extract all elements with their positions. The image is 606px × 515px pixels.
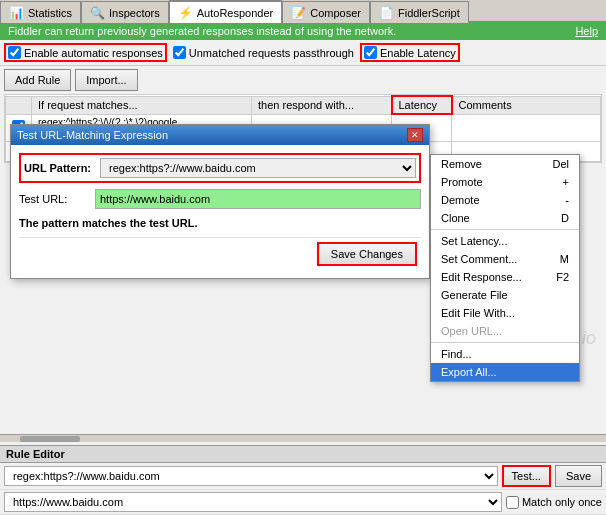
tab-inspectors-label: Inspectors: [109, 7, 160, 19]
menu-open-url-label: Open URL...: [441, 325, 502, 337]
tab-autoresponder[interactable]: ⚡ AutoResponder: [169, 0, 282, 23]
match-once-text: Match only once: [522, 496, 602, 508]
tab-composer-label: Composer: [310, 7, 361, 19]
test-url-dialog: Test URL-Matching Expression ✕ URL Patte…: [10, 124, 430, 279]
tab-fiddlerscript[interactable]: 📄 FiddlerScript: [370, 1, 469, 23]
rule-editor-title: Rule Editor: [0, 446, 606, 463]
menu-export-all[interactable]: Export All...: [431, 363, 579, 381]
unmatched-passthrough-text: Unmatched requests passthrough: [189, 47, 354, 59]
menu-demote-shortcut: -: [565, 194, 569, 206]
dialog-close-button[interactable]: ✕: [407, 128, 423, 142]
tab-statistics[interactable]: 📊 Statistics: [0, 1, 81, 23]
tab-inspectors[interactable]: 🔍 Inspectors: [81, 1, 169, 23]
autoresponder-icon: ⚡: [178, 6, 193, 20]
menu-clone-shortcut: D: [561, 212, 569, 224]
menu-promote-label: Promote: [441, 176, 483, 188]
help-link[interactable]: Help: [575, 25, 598, 37]
url-pattern-field: URL Pattern: regex:https?://www.baidu.co…: [19, 153, 421, 183]
dialog-title-bar: Test URL-Matching Expression ✕: [11, 125, 429, 145]
rule-buttons: Add Rule Import...: [0, 66, 606, 94]
menu-promote[interactable]: Promote +: [431, 173, 579, 191]
test-url-input[interactable]: [95, 189, 421, 209]
rule-editor-match-input[interactable]: regex:https?://www.baidu.com: [4, 466, 498, 486]
menu-edit-file-with[interactable]: Edit File With...: [431, 304, 579, 322]
url-pattern-label: URL Pattern:: [24, 162, 94, 174]
enable-responses-checkbox[interactable]: [8, 46, 21, 59]
tab-bar: 📊 Statistics 🔍 Inspectors ⚡ AutoResponde…: [0, 0, 606, 22]
menu-set-latency[interactable]: Set Latency...: [431, 232, 579, 250]
menu-set-comment[interactable]: Set Comment... M: [431, 250, 579, 268]
dialog-footer: Save Changes: [19, 237, 421, 270]
menu-find[interactable]: Find...: [431, 345, 579, 363]
dialog-body: URL Pattern: regex:https?://www.baidu.co…: [11, 145, 429, 278]
unmatched-passthrough-checkbox[interactable]: [173, 46, 186, 59]
match-once-label[interactable]: Match only once: [506, 496, 602, 509]
rule-editor-row2: https://www.baidu.com Match only once: [0, 490, 606, 515]
menu-set-comment-label: Set Comment...: [441, 253, 517, 265]
enable-responses-text: Enable automatic responses: [24, 47, 163, 59]
menu-clone[interactable]: Clone D: [431, 209, 579, 227]
scrollbar-thumb[interactable]: [20, 436, 80, 442]
menu-remove-shortcut: Del: [552, 158, 569, 170]
tab-composer[interactable]: 📝 Composer: [282, 1, 370, 23]
menu-separator2: [431, 342, 579, 343]
save-changes-button[interactable]: Save Changes: [317, 242, 417, 266]
col-header-respond: then respond with...: [252, 96, 392, 114]
rule-editor-respond-input[interactable]: https://www.baidu.com: [4, 492, 502, 512]
col-header-checkbox: [6, 96, 32, 114]
enable-latency-text: Enable Latency: [380, 47, 456, 59]
info-bar: Fiddler can return previously generated …: [0, 22, 606, 40]
menu-promote-shortcut: +: [563, 176, 569, 188]
statistics-icon: 📊: [9, 6, 24, 20]
row1-comments: [452, 114, 601, 141]
menu-set-latency-label: Set Latency...: [441, 235, 507, 247]
save-button[interactable]: Save: [555, 465, 602, 487]
unmatched-passthrough-label[interactable]: Unmatched requests passthrough: [173, 46, 354, 59]
col-header-latency: Latency: [392, 96, 452, 114]
menu-generate-file-label: Generate File: [441, 289, 508, 301]
main-area: If request matches... then respond with.…: [0, 94, 606, 434]
menu-edit-response-shortcut: F2: [556, 271, 569, 283]
add-rule-button[interactable]: Add Rule: [4, 69, 71, 91]
test-url-label: Test URL:: [19, 193, 89, 205]
menu-set-comment-shortcut: M: [560, 253, 569, 265]
col-header-match: If request matches...: [32, 96, 252, 114]
menu-remove[interactable]: Remove Del: [431, 155, 579, 173]
enable-responses-label[interactable]: Enable automatic responses: [8, 46, 163, 59]
composer-icon: 📝: [291, 6, 306, 20]
match-once-checkbox[interactable]: [506, 496, 519, 509]
menu-edit-response[interactable]: Edit Response... F2: [431, 268, 579, 286]
enable-latency-box: Enable Latency: [360, 43, 460, 62]
rule-editor-row1: regex:https?://www.baidu.com Test... Sav…: [0, 463, 606, 490]
menu-edit-response-label: Edit Response...: [441, 271, 522, 283]
tab-statistics-label: Statistics: [28, 7, 72, 19]
context-menu: Remove Del Promote + Demote - Clone D Se…: [430, 154, 580, 382]
menu-export-all-label: Export All...: [441, 366, 497, 378]
dialog-title: Test URL-Matching Expression: [17, 129, 168, 141]
menu-remove-label: Remove: [441, 158, 482, 170]
menu-open-url: Open URL...: [431, 322, 579, 340]
menu-find-label: Find...: [441, 348, 472, 360]
tab-autoresponder-label: AutoResponder: [197, 7, 273, 19]
scroll-area[interactable]: [0, 434, 606, 442]
fiddlerscript-icon: 📄: [379, 6, 394, 20]
menu-demote[interactable]: Demote -: [431, 191, 579, 209]
match-result-text: The pattern matches the test URL.: [19, 215, 421, 231]
menu-demote-label: Demote: [441, 194, 480, 206]
menu-separator1: [431, 229, 579, 230]
inspectors-icon: 🔍: [90, 6, 105, 20]
menu-clone-label: Clone: [441, 212, 470, 224]
import-button[interactable]: Import...: [75, 69, 137, 91]
enable-latency-label[interactable]: Enable Latency: [364, 46, 456, 59]
test-button[interactable]: Test...: [502, 465, 551, 487]
menu-edit-file-with-label: Edit File With...: [441, 307, 515, 319]
rule-editor: Rule Editor regex:https?://www.baidu.com…: [0, 445, 606, 515]
enable-latency-checkbox[interactable]: [364, 46, 377, 59]
menu-generate-file[interactable]: Generate File: [431, 286, 579, 304]
tab-fiddlerscript-label: FiddlerScript: [398, 7, 460, 19]
info-bar-text: Fiddler can return previously generated …: [8, 25, 396, 37]
url-pattern-input[interactable]: regex:https?://www.baidu.com: [100, 158, 416, 178]
enable-responses-box: Enable automatic responses: [4, 43, 167, 62]
test-url-field: Test URL:: [19, 189, 421, 209]
toolbar-row: Enable automatic responses Unmatched req…: [0, 40, 606, 66]
